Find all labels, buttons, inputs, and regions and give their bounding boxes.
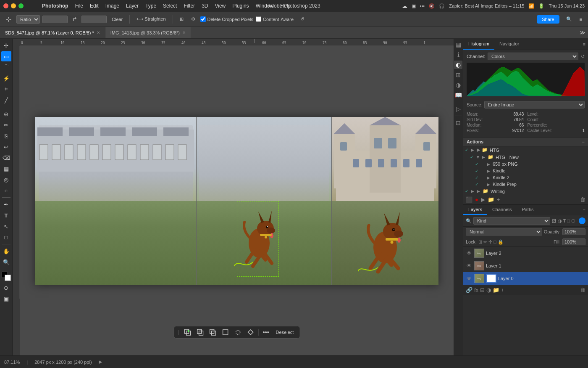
window-controls[interactable] [3, 3, 24, 8]
action-item-htg[interactable]: ✓ ▶ ▶ 📁 HTG [463, 146, 588, 154]
object-select-tool[interactable]: ⚡ [1, 73, 11, 83]
menu-type[interactable]: Type [145, 3, 156, 9]
action-expand-writing[interactable]: ▶ [471, 189, 476, 193]
layer-item-layer0[interactable]: 👁 img Layer 0 [463, 272, 588, 285]
brush-tool[interactable]: ✏ [1, 120, 11, 130]
channel-select[interactable]: Colors RGB Red Green Blue [488, 53, 578, 60]
learn-panel-icon[interactable]: 📖 [454, 91, 462, 99]
layers-tab[interactable]: Layers [463, 205, 487, 215]
search-btn[interactable]: 🔍 [564, 16, 575, 23]
blur-tool[interactable]: ◎ [1, 175, 11, 185]
histogram-refresh-btn[interactable]: ↺ [581, 54, 585, 59]
marquee-tool[interactable]: ▭ [1, 51, 11, 61]
filter-text-btn[interactable]: T [563, 218, 566, 224]
delete-layer-btn[interactable]: 🗑 [580, 287, 585, 293]
actions-panel-icon[interactable]: ▷ [454, 105, 462, 113]
fill-input[interactable] [562, 238, 585, 245]
lock-position-btn[interactable]: ✢ [488, 239, 492, 245]
grid-btn[interactable]: ⊞ [177, 16, 186, 23]
history-brush-tool[interactable]: ↩ [1, 142, 11, 152]
layer0-visibility-btn[interactable]: 👁 [466, 275, 472, 281]
blend-mode-select[interactable]: Normal Dissolve Multiply Screen Overlay [466, 228, 542, 236]
fullscreen-button[interactable] [18, 3, 24, 8]
menu-app-name[interactable]: Photoshop [42, 3, 68, 9]
action-expand-kindle2[interactable]: ▶ [487, 175, 492, 180]
play-btn[interactable]: ▶ [481, 196, 485, 203]
hand-tool[interactable]: ✋ [1, 246, 11, 256]
lock-pixels-btn[interactable]: ✏ [483, 239, 487, 245]
menu-plugins[interactable]: Plugins [232, 3, 249, 9]
close-button[interactable] [3, 3, 8, 8]
action-expand-kindle-prep[interactable]: ▶ [487, 182, 492, 187]
delete-cropped-check[interactable]: Delete Cropped Pixels [200, 16, 253, 22]
opacity-input[interactable] [562, 228, 585, 235]
lock-all-btn[interactable]: 🔒 [498, 239, 504, 245]
screen-mode-btn[interactable]: ▣ [1, 294, 11, 304]
action-item-writing[interactable]: ✓ ▶ ▶ 📁 Writing [463, 188, 588, 195]
action-expand-htg-new-2[interactable]: ▶ [482, 155, 487, 159]
tab-1[interactable]: SD3_8471.jpg @ 87.1% (Layer 0, RGB/8) * … [0, 27, 105, 38]
lock-transparent-btn[interactable]: ⊞ [478, 239, 482, 245]
action-item-kindle-prep[interactable]: ✓ ▶ Kindle Prep [473, 181, 588, 188]
content-aware-check[interactable]: Content-Aware [256, 16, 294, 22]
share-button[interactable]: Share [537, 15, 559, 24]
spot-heal-tool[interactable]: ⊕ [1, 109, 11, 119]
path-select-tool[interactable]: ↖ [1, 221, 11, 231]
histogram-panel-icon[interactable]: ▦ [454, 40, 462, 49]
layer2-visibility-btn[interactable]: 👁 [466, 250, 472, 256]
eyedropper-tool[interactable]: ╱ [1, 95, 11, 105]
link-layers-btn[interactable]: 🔗 [466, 287, 472, 293]
action-item-kindle[interactable]: ✓ ▶ Kindle [473, 167, 588, 174]
action-expand-htg[interactable]: ▶ [471, 148, 476, 152]
more-icon[interactable]: ••• [420, 3, 425, 8]
filter-toggle-btn[interactable] [579, 217, 585, 224]
tab-2[interactable]: IMG_1413.jpg @ 33.3% (RGB/8*) ✕ [105, 27, 191, 38]
text-tool[interactable]: T [1, 210, 11, 220]
deselect-btn[interactable]: Deselect [273, 329, 297, 336]
quick-mask-btn[interactable]: ⊙ [1, 283, 11, 293]
new-action-btn[interactable]: + [497, 196, 500, 203]
action-expand-htg-new[interactable]: ▼ [476, 155, 481, 159]
action-expand-650px[interactable]: ▶ [487, 162, 492, 167]
lock-artboard-btn[interactable]: □ [494, 239, 496, 245]
menu-view[interactable]: View [215, 3, 226, 9]
move-options[interactable]: ⊹ [3, 14, 14, 24]
dodge-tool[interactable]: ○ [1, 185, 11, 196]
fg-bg-colors[interactable] [2, 272, 11, 281]
menu-select[interactable]: Select [163, 3, 177, 9]
action-expand-writing-2[interactable]: ▶ [477, 189, 482, 193]
action-item-kindle2[interactable]: ✓ ▶ Kindle 2 [473, 174, 588, 181]
add-style-btn[interactable]: fx [474, 287, 478, 293]
navigator-tab[interactable]: Navigator [494, 39, 524, 50]
add-mask-btn[interactable]: ⊟ [480, 287, 485, 293]
histogram-options-btn[interactable]: ≡ [583, 42, 585, 47]
filter-adjust-btn[interactable]: ◑ [558, 218, 562, 224]
sel-transform-btn[interactable] [246, 328, 256, 336]
tab-2-close[interactable]: ✕ [182, 30, 186, 35]
sel-more-btn[interactable]: ••• [261, 328, 271, 336]
sel-subtract-btn[interactable] [195, 328, 205, 336]
new-fill-layer-btn[interactable]: ◑ [486, 287, 491, 293]
ratio-input-w[interactable] [42, 16, 68, 23]
menu-edit[interactable]: Edit [90, 3, 99, 9]
collapse-panels-btn[interactable]: ≫ [577, 29, 588, 37]
color-panel-icon[interactable]: ◐ [454, 61, 462, 69]
layer-item-layer2[interactable]: 👁 img Layer 2 [463, 247, 588, 259]
ratio-select[interactable]: Ratio [16, 15, 40, 24]
histogram-tab[interactable]: Histogram [463, 39, 494, 50]
actions-panel-menu[interactable]: ≡ [582, 139, 585, 144]
sel-feather-btn[interactable] [233, 328, 243, 336]
stop-btn[interactable]: ⬛ [466, 196, 472, 203]
gradient-tool[interactable]: ▦ [1, 164, 11, 174]
tab-1-close[interactable]: ✕ [97, 30, 100, 35]
status-more-btn[interactable]: ▶ [99, 359, 102, 365]
clone-stamp-tool[interactable]: ⎘ [1, 131, 11, 141]
shape-tool[interactable]: □ [1, 232, 11, 242]
menu-file[interactable]: File [75, 3, 83, 9]
reset-btn[interactable]: ↺ [298, 16, 307, 23]
layer-item-layer1[interactable]: 👁 img Layer 1 [463, 259, 588, 272]
sel-rect-btn[interactable] [220, 328, 231, 336]
minimize-button[interactable] [11, 3, 16, 8]
filter-shape-btn[interactable]: □ [567, 218, 570, 224]
menu-layer[interactable]: Layer [126, 3, 139, 9]
